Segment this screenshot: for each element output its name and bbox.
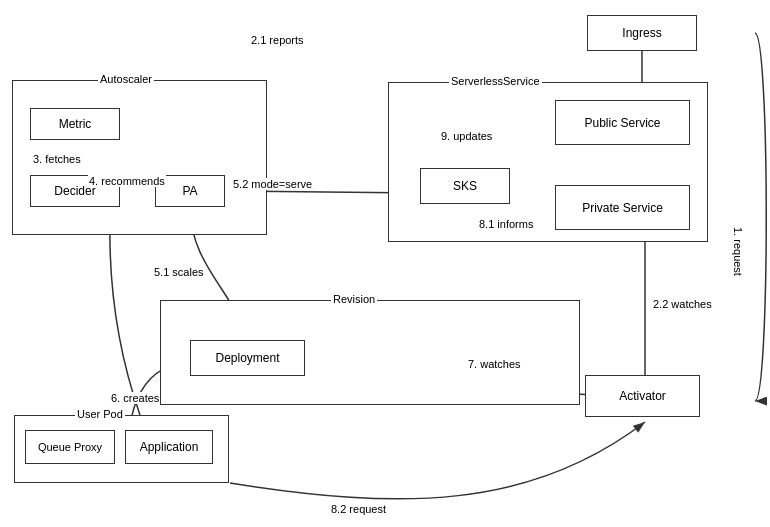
user-pod-label: User Pod <box>75 408 125 420</box>
label-1-request: 1. request <box>732 226 744 277</box>
label-6-creates: 6. creates <box>110 392 160 404</box>
serverless-service-label: ServerlessService <box>449 75 542 87</box>
activator-box: Activator <box>585 375 700 417</box>
ingress-box: Ingress <box>587 15 697 51</box>
private-service-box: Private Service <box>555 185 690 230</box>
label-22-watches: 2.2 watches <box>652 298 713 310</box>
label-7-watches: 7. watches <box>467 358 522 370</box>
revision-label: Revision <box>331 293 377 305</box>
architecture-diagram: Autoscaler ServerlessService Revision Us… <box>0 0 770 527</box>
label-21-reports: 2.1 reports <box>250 34 305 46</box>
application-box: Application <box>125 430 213 464</box>
label-82-request: 8.2 request <box>330 503 387 515</box>
label-52-mode: 5.2 mode=serve <box>232 178 313 190</box>
sks-box: SKS <box>420 168 510 204</box>
label-81-informs: 8.1 informs <box>478 218 534 230</box>
label-4-recommends: 4. recommends <box>88 175 166 187</box>
label-9-updates: 9. updates <box>440 130 493 142</box>
autoscaler-label: Autoscaler <box>98 73 154 85</box>
deployment-box: Deployment <box>190 340 305 376</box>
metric-box: Metric <box>30 108 120 140</box>
label-51-scales: 5.1 scales <box>153 266 205 278</box>
label-3-fetches: 3. fetches <box>32 153 82 165</box>
queue-proxy-box: Queue Proxy <box>25 430 115 464</box>
public-service-box: Public Service <box>555 100 690 145</box>
